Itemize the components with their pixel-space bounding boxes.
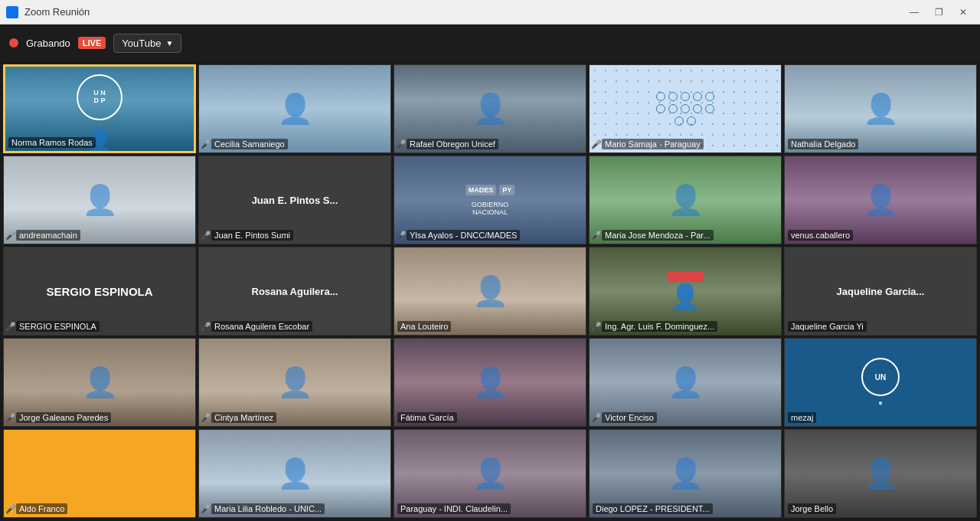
- participant-name: mezaj: [788, 412, 816, 423]
- video-tile-cecilia[interactable]: 👤 🎤Cecilia Samaniego: [198, 64, 391, 153]
- title-bar-left: Zoom Reunión: [6, 6, 90, 18]
- participant-name: Cecilia Samaniego: [211, 139, 288, 149]
- participant-name: Ing. Agr. Luis F. Dominguez...: [602, 321, 717, 332]
- youtube-label: YouTube: [122, 38, 161, 49]
- video-tile-nathalia[interactable]: 👤 Nathalia Delgado: [784, 64, 977, 153]
- participant-name: Fátima García: [397, 412, 457, 423]
- participant-name: Victor Enciso: [602, 412, 657, 423]
- participant-name: Norma Ramos Rodas: [8, 137, 96, 148]
- youtube-button[interactable]: YouTube ▼: [113, 34, 181, 53]
- participant-name: Diego LOPEZ - PRESIDENT...: [593, 503, 713, 514]
- participant-name: Paraguay - INDI. Claudelin...: [397, 503, 511, 514]
- mic-muted-icon: 🎤: [5, 322, 16, 332]
- participant-name: Jaqueline Garcia Yi: [788, 321, 867, 332]
- video-tile-paraguay-indi[interactable]: 👤 Paraguay - INDI. Claudelin...: [394, 429, 586, 518]
- participant-name: andreamachain: [16, 230, 80, 241]
- participant-name: Rafael Obregon Unicef: [407, 139, 498, 149]
- participant-name: Cintya Martínez: [211, 412, 276, 423]
- participant-name: Ylsa Ayalos - DNCC/MADES: [407, 230, 520, 241]
- participant-name: Jorge Galeano Paredes: [16, 412, 111, 423]
- video-tile-mario[interactable]: 🎤Mario Samaja - Paraguay: [589, 64, 782, 153]
- video-tile-norma[interactable]: U N D P 👤 Norma Ramos Rodas: [3, 64, 196, 153]
- mic-muted-icon: 🎤: [5, 413, 16, 423]
- video-tile-jorge-b[interactable]: 👤 Jorge Bello: [784, 429, 977, 518]
- participant-name: Ana Louteiro: [397, 321, 451, 332]
- video-tile-diego[interactable]: 👤 Diego LOPEZ - PRESIDENT...: [589, 429, 782, 518]
- participant-name: venus.caballero: [788, 230, 853, 241]
- mic-muted-icon: 🎤: [5, 231, 16, 241]
- video-tile-aldo[interactable]: 🎤Aldo Franco: [3, 429, 196, 518]
- mic-muted-icon: 🎤: [5, 504, 16, 514]
- video-grid-container: U N D P 👤 Norma Ramos Rodas 👤 🎤Cecilia S…: [0, 61, 980, 521]
- video-tile-venus[interactable]: 👤 venus.caballero: [784, 156, 977, 244]
- participant-name: Maria Jose Mendoza - Par...: [602, 230, 714, 241]
- title-bar: Zoom Reunión — ❐ ✕: [0, 0, 980, 25]
- mic-muted-icon: 🎤: [591, 322, 602, 332]
- mic-muted-icon: 🎤: [396, 231, 407, 241]
- participant-name: Maria Lilia Robledo - UNIC...: [211, 503, 325, 514]
- participant-name: Juan E. Pintos Sumi: [211, 230, 293, 241]
- video-tile-jorge-g[interactable]: 👤 🎤Jorge Galeano Paredes: [3, 338, 196, 427]
- video-tile-ana[interactable]: 👤 Ana Louteiro: [394, 247, 586, 336]
- maximize-button[interactable]: ❐: [928, 5, 949, 20]
- mic-muted-icon: 🎤: [201, 413, 211, 423]
- video-tile-sergio[interactable]: SERGIO ESPINOLA 🎤SERGIO ESPINOLA: [3, 247, 196, 336]
- participant-name: Mario Samaja - Paraguay: [602, 139, 704, 149]
- window-controls[interactable]: — ❐ ✕: [903, 5, 974, 20]
- app-icon: [6, 6, 18, 18]
- mic-muted-icon: 🎤: [201, 504, 211, 514]
- recording-dot-icon: [9, 38, 18, 48]
- video-tile-jaqueline[interactable]: Jaqueline Garcia... Jaqueline Garcia Yi: [784, 247, 977, 336]
- video-tile-ylsa[interactable]: MADES PY GOBIERNONACIONAL 🎤Ylsa Ayalos -…: [394, 156, 586, 244]
- video-tile-cintya[interactable]: 👤 🎤Cintya Martínez: [198, 338, 391, 427]
- minimize-button[interactable]: —: [903, 5, 925, 20]
- video-grid: U N D P 👤 Norma Ramos Rodas 👤 🎤Cecilia S…: [3, 64, 977, 518]
- live-badge: LIVE: [78, 37, 106, 49]
- mic-muted-icon: 🎤: [591, 139, 602, 149]
- mic-muted-icon: 🎤: [201, 139, 211, 149]
- video-tile-fatima[interactable]: 👤 Fátima García: [394, 338, 586, 427]
- participant-name: Nathalia Delgado: [788, 139, 858, 149]
- video-tile-mezaj[interactable]: UN ● mezaj: [784, 338, 977, 427]
- video-tile-rosana[interactable]: Rosana Aguilera... 🎤Rosana Aguilera Esco…: [198, 247, 391, 336]
- mic-muted-icon: 🎤: [396, 139, 407, 149]
- youtube-chevron-icon: ▼: [165, 39, 173, 48]
- mic-muted-icon: 🎤: [201, 322, 211, 332]
- participant-name: Aldo Franco: [16, 503, 67, 514]
- close-button[interactable]: ✕: [952, 5, 974, 20]
- video-tile-andrea[interactable]: 👤 🎤andreamachain: [3, 156, 196, 244]
- video-tile-lilia[interactable]: 👤 🎤Maria Lilia Robledo - UNIC...: [198, 429, 391, 518]
- participant-name: Jorge Bello: [788, 503, 836, 514]
- video-tile-mariajose[interactable]: 👤 🎤Maria Jose Mendoza - Par...: [589, 156, 782, 244]
- recording-label: Grabando: [26, 38, 70, 49]
- participant-name: Rosana Aguilera Escobar: [211, 321, 312, 332]
- video-tile-rafael[interactable]: 👤 🎤Rafael Obregon Unicef: [394, 64, 586, 153]
- window-title: Zoom Reunión: [24, 6, 90, 18]
- mic-muted-icon: 🎤: [591, 413, 602, 423]
- mic-muted-icon: 🎤: [591, 231, 602, 241]
- video-tile-luis[interactable]: 👤 🎤Ing. Agr. Luis F. Dominguez...: [589, 247, 782, 336]
- toolbar: Grabando LIVE YouTube ▼: [0, 25, 980, 61]
- video-tile-juan[interactable]: Juan E. Pintos S... 🎤Juan E. Pintos Sumi: [198, 156, 391, 244]
- video-tile-victor[interactable]: 👤 🎤Victor Enciso: [589, 338, 782, 427]
- mic-muted-icon: 🎤: [201, 231, 211, 241]
- participant-name: SERGIO ESPINOLA: [16, 321, 100, 332]
